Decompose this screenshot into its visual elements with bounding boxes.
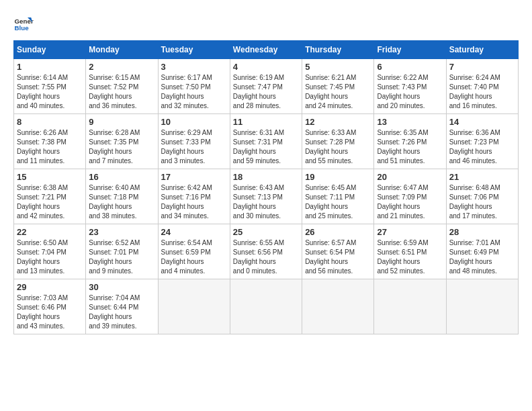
day-info: Sunrise: 6:33 AMSunset: 7:28 PMDaylight …	[305, 128, 371, 166]
calendar-cell: 22 Sunrise: 6:50 AMSunset: 7:04 PMDaylig…	[14, 224, 86, 279]
day-info: Sunrise: 6:48 AMSunset: 7:06 PMDaylight …	[449, 183, 515, 221]
col-monday: Monday	[86, 41, 158, 59]
day-info: Sunrise: 6:29 AMSunset: 7:33 PMDaylight …	[161, 128, 227, 166]
calendar-cell: 6 Sunrise: 6:22 AMSunset: 7:43 PMDayligh…	[374, 59, 446, 114]
day-number: 10	[161, 117, 227, 127]
day-number: 28	[449, 227, 515, 237]
day-number: 2	[89, 62, 154, 72]
logo: General Blue	[13, 13, 34, 34]
calendar-cell	[374, 279, 446, 334]
day-info: Sunrise: 6:26 AMSunset: 7:38 PMDaylight …	[17, 128, 83, 166]
day-number: 27	[377, 227, 443, 237]
calendar-cell: 13 Sunrise: 6:35 AMSunset: 7:26 PMDaylig…	[374, 114, 446, 169]
calendar-cell: 2 Sunrise: 6:15 AMSunset: 7:52 PMDayligh…	[86, 59, 158, 114]
day-number: 30	[89, 282, 154, 292]
calendar-cell: 20 Sunrise: 6:47 AMSunset: 7:09 PMDaylig…	[374, 169, 446, 224]
calendar-cell: 1 Sunrise: 6:14 AMSunset: 7:55 PMDayligh…	[14, 59, 86, 114]
calendar-cell: 30 Sunrise: 7:04 AMSunset: 6:44 PMDaylig…	[86, 279, 158, 334]
day-info: Sunrise: 7:03 AMSunset: 6:46 PMDaylight …	[17, 293, 83, 331]
calendar-table: Sunday Monday Tuesday Wednesday Thursday…	[13, 40, 519, 334]
day-number: 18	[233, 172, 299, 182]
day-number: 7	[449, 62, 515, 72]
calendar-cell: 16 Sunrise: 6:40 AMSunset: 7:18 PMDaylig…	[86, 169, 158, 224]
day-number: 4	[233, 62, 299, 72]
calendar-cell: 10 Sunrise: 6:29 AMSunset: 7:33 PMDaylig…	[158, 114, 230, 169]
day-number: 14	[449, 117, 515, 127]
day-number: 6	[377, 62, 443, 72]
day-info: Sunrise: 6:52 AMSunset: 7:01 PMDaylight …	[89, 238, 154, 276]
calendar-cell: 11 Sunrise: 6:31 AMSunset: 7:31 PMDaylig…	[230, 114, 302, 169]
day-info: Sunrise: 6:54 AMSunset: 6:59 PMDaylight …	[161, 238, 227, 276]
day-number: 22	[17, 227, 83, 237]
day-info: Sunrise: 6:36 AMSunset: 7:23 PMDaylight …	[449, 128, 515, 166]
day-number: 1	[17, 62, 83, 72]
col-thursday: Thursday	[302, 41, 374, 59]
calendar-cell: 17 Sunrise: 6:42 AMSunset: 7:16 PMDaylig…	[158, 169, 230, 224]
day-number: 8	[17, 117, 83, 127]
calendar-cell: 29 Sunrise: 7:03 AMSunset: 6:46 PMDaylig…	[14, 279, 86, 334]
calendar-cell: 18 Sunrise: 6:43 AMSunset: 7:13 PMDaylig…	[230, 169, 302, 224]
day-number: 12	[305, 117, 371, 127]
day-number: 23	[89, 227, 154, 237]
day-info: Sunrise: 6:31 AMSunset: 7:31 PMDaylight …	[233, 128, 299, 166]
calendar-cell: 24 Sunrise: 6:54 AMSunset: 6:59 PMDaylig…	[158, 224, 230, 279]
calendar-cell: 7 Sunrise: 6:24 AMSunset: 7:40 PMDayligh…	[446, 59, 518, 114]
day-number: 25	[233, 227, 299, 237]
day-number: 15	[17, 172, 83, 182]
day-info: Sunrise: 6:57 AMSunset: 6:54 PMDaylight …	[305, 238, 371, 276]
day-info: Sunrise: 6:15 AMSunset: 7:52 PMDaylight …	[89, 73, 154, 111]
day-info: Sunrise: 6:45 AMSunset: 7:11 PMDaylight …	[305, 183, 371, 221]
day-info: Sunrise: 6:28 AMSunset: 7:35 PMDaylight …	[89, 128, 154, 166]
calendar-cell: 15 Sunrise: 6:38 AMSunset: 7:21 PMDaylig…	[14, 169, 86, 224]
calendar-cell: 12 Sunrise: 6:33 AMSunset: 7:28 PMDaylig…	[302, 114, 374, 169]
day-number: 3	[161, 62, 227, 72]
page-header: General Blue	[13, 13, 519, 34]
day-info: Sunrise: 6:14 AMSunset: 7:55 PMDaylight …	[17, 73, 83, 111]
day-info: Sunrise: 6:35 AMSunset: 7:26 PMDaylight …	[377, 128, 443, 166]
day-number: 11	[233, 117, 299, 127]
logo-icon: General Blue	[13, 13, 34, 34]
day-number: 9	[89, 117, 154, 127]
day-info: Sunrise: 6:19 AMSunset: 7:47 PMDaylight …	[233, 73, 299, 111]
day-info: Sunrise: 7:04 AMSunset: 6:44 PMDaylight …	[89, 293, 154, 331]
col-sunday: Sunday	[14, 41, 86, 59]
day-info: Sunrise: 6:40 AMSunset: 7:18 PMDaylight …	[89, 183, 154, 221]
day-info: Sunrise: 6:17 AMSunset: 7:50 PMDaylight …	[161, 73, 227, 111]
day-number: 16	[89, 172, 154, 182]
calendar-cell: 9 Sunrise: 6:28 AMSunset: 7:35 PMDayligh…	[86, 114, 158, 169]
day-info: Sunrise: 6:21 AMSunset: 7:45 PMDaylight …	[305, 73, 371, 111]
calendar-cell: 14 Sunrise: 6:36 AMSunset: 7:23 PMDaylig…	[446, 114, 518, 169]
col-tuesday: Tuesday	[158, 41, 230, 59]
day-info: Sunrise: 6:24 AMSunset: 7:40 PMDaylight …	[449, 73, 515, 111]
calendar-cell: 25 Sunrise: 6:55 AMSunset: 6:56 PMDaylig…	[230, 224, 302, 279]
calendar-cell: 21 Sunrise: 6:48 AMSunset: 7:06 PMDaylig…	[446, 169, 518, 224]
calendar-cell	[302, 279, 374, 334]
day-number: 19	[305, 172, 371, 182]
day-info: Sunrise: 6:50 AMSunset: 7:04 PMDaylight …	[17, 238, 83, 276]
svg-text:Blue: Blue	[15, 24, 30, 32]
day-number: 26	[305, 227, 371, 237]
calendar-cell	[158, 279, 230, 334]
calendar-cell: 4 Sunrise: 6:19 AMSunset: 7:47 PMDayligh…	[230, 59, 302, 114]
day-number: 21	[449, 172, 515, 182]
day-info: Sunrise: 6:55 AMSunset: 6:56 PMDaylight …	[233, 238, 299, 276]
col-friday: Friday	[374, 41, 446, 59]
day-info: Sunrise: 6:42 AMSunset: 7:16 PMDaylight …	[161, 183, 227, 221]
calendar-cell: 26 Sunrise: 6:57 AMSunset: 6:54 PMDaylig…	[302, 224, 374, 279]
calendar-cell: 23 Sunrise: 6:52 AMSunset: 7:01 PMDaylig…	[86, 224, 158, 279]
calendar-cell: 3 Sunrise: 6:17 AMSunset: 7:50 PMDayligh…	[158, 59, 230, 114]
day-info: Sunrise: 7:01 AMSunset: 6:49 PMDaylight …	[449, 238, 515, 276]
day-info: Sunrise: 6:43 AMSunset: 7:13 PMDaylight …	[233, 183, 299, 221]
calendar-cell: 28 Sunrise: 7:01 AMSunset: 6:49 PMDaylig…	[446, 224, 518, 279]
calendar-cell: 8 Sunrise: 6:26 AMSunset: 7:38 PMDayligh…	[14, 114, 86, 169]
col-wednesday: Wednesday	[230, 41, 302, 59]
calendar-cell: 19 Sunrise: 6:45 AMSunset: 7:11 PMDaylig…	[302, 169, 374, 224]
day-info: Sunrise: 6:47 AMSunset: 7:09 PMDaylight …	[377, 183, 443, 221]
day-number: 5	[305, 62, 371, 72]
day-number: 17	[161, 172, 227, 182]
day-info: Sunrise: 6:59 AMSunset: 6:51 PMDaylight …	[377, 238, 443, 276]
day-info: Sunrise: 6:22 AMSunset: 7:43 PMDaylight …	[377, 73, 443, 111]
col-saturday: Saturday	[446, 41, 518, 59]
day-number: 20	[377, 172, 443, 182]
calendar-cell	[230, 279, 302, 334]
